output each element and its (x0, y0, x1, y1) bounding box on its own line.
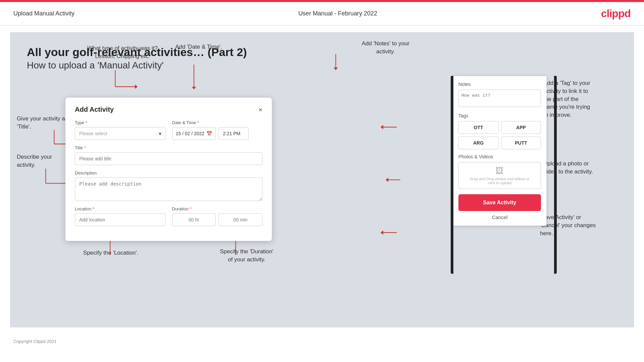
type-select[interactable]: Please select (75, 127, 165, 140)
duration-hr-input[interactable] (172, 213, 216, 226)
upload-text: Drag and Drop photos and videos or click… (470, 177, 529, 185)
description-label: Description (75, 170, 262, 175)
annotation-activity-type: What type of activity was it? Lesson, Ch… (77, 44, 168, 60)
datetime-label: Date & Time * (172, 120, 263, 125)
tags-section-label: Tags (458, 113, 541, 118)
annotation-description: Describe your activity. (17, 153, 60, 169)
duration-inputs (172, 213, 263, 226)
description-row: Description (75, 170, 262, 201)
annotation-datetime: Add 'Date & Time'. (165, 43, 232, 51)
datetime-group: Date & Time * 15 / 02 / 2022 📅 (172, 120, 263, 140)
title-label: Title * (75, 145, 262, 150)
photos-upload-area[interactable]: 🖼 Drag and Drop photos and videos or cli… (458, 162, 541, 189)
save-activity-button[interactable]: Save Activity (458, 194, 541, 211)
cancel-button[interactable]: Cancel (458, 214, 541, 220)
tags-section: Tags OTT APP ARG PUTT (458, 113, 541, 149)
time-input[interactable] (218, 127, 249, 140)
photos-section: Photos & Videos 🖼 Drag and Drop photos a… (458, 154, 541, 189)
location-input[interactable] (75, 213, 165, 226)
annotation-notes: Add 'Notes' to your activity. (349, 40, 423, 56)
duration-min-input[interactable] (218, 213, 262, 226)
upload-icon: 🖼 (496, 166, 504, 175)
type-select-wrapper: Please select (75, 127, 165, 140)
duration-label: Duration * (172, 206, 263, 211)
location-label: Location * (75, 206, 165, 211)
header: Upload Manual Activity User Manual - Feb… (0, 2, 644, 25)
mobile-panel: Notes Tags OTT APP ARG PUTT Photos & Vid… (453, 76, 547, 226)
tag-app[interactable]: APP (501, 121, 541, 134)
duration-group: Duration * (172, 206, 263, 226)
modal-title: Add Activity (75, 106, 114, 113)
date-time-inputs: 15 / 02 / 2022 📅 (172, 127, 263, 140)
copyright-text: Copyright Clippd 2021 (13, 339, 57, 344)
annotation-title: Give your activity a 'Title'. (17, 115, 70, 131)
footer: Copyright Clippd 2021 (0, 334, 644, 349)
type-label: Type * (75, 120, 165, 125)
description-input[interactable] (75, 177, 262, 201)
mobile-panel-left-border (451, 76, 453, 274)
notes-section-label: Notes (458, 82, 541, 87)
main-content: All your golf-relevant activities… (Part… (10, 32, 634, 327)
tag-ott[interactable]: OTT (458, 121, 498, 134)
type-group: Type * Please select (75, 120, 165, 140)
annotation-duration: Specify the 'Duration' of your activity. (200, 248, 294, 264)
title-input[interactable] (75, 152, 262, 165)
description-group: Description (75, 170, 262, 201)
annotation-save-cancel: 'Save Activity' or 'Cancel' your changes… (540, 213, 617, 237)
mobile-panel-right-border (554, 76, 557, 274)
annotation-location: Specify the 'Location'. (77, 249, 144, 257)
type-datetime-row: Type * Please select Date & Time * 15 / … (75, 120, 262, 140)
title-row: Title * (75, 145, 262, 165)
photos-section-label: Photos & Videos (458, 154, 541, 159)
tags-grid: OTT APP ARG PUTT (458, 121, 541, 149)
calendar-icon: 📅 (206, 131, 212, 136)
location-group: Location * (75, 206, 165, 226)
svg-marker-4 (192, 87, 196, 89)
svg-marker-20 (381, 125, 383, 130)
svg-marker-24 (381, 230, 383, 235)
date-display[interactable]: 15 / 02 / 2022 📅 (172, 127, 216, 140)
header-page-title: Upload Manual Activity (13, 10, 75, 17)
tag-putt[interactable]: PUTT (501, 137, 541, 149)
location-duration-row: Location * Duration * (75, 206, 262, 226)
add-activity-modal: Add Activity × Type * Please select Date… (65, 98, 272, 241)
modal-close-button[interactable]: × (258, 106, 262, 113)
tag-arg[interactable]: ARG (458, 137, 498, 149)
notes-textarea[interactable] (458, 90, 541, 107)
title-group: Title * (75, 145, 262, 165)
modal-header: Add Activity × (75, 106, 262, 113)
clippd-logo: clippd (601, 7, 631, 20)
svg-marker-22 (386, 178, 388, 182)
page-subtitle: How to upload a 'Manual Activity' (27, 60, 617, 71)
header-manual-title: User Manual - February 2022 (298, 10, 377, 17)
svg-marker-2 (135, 85, 138, 89)
